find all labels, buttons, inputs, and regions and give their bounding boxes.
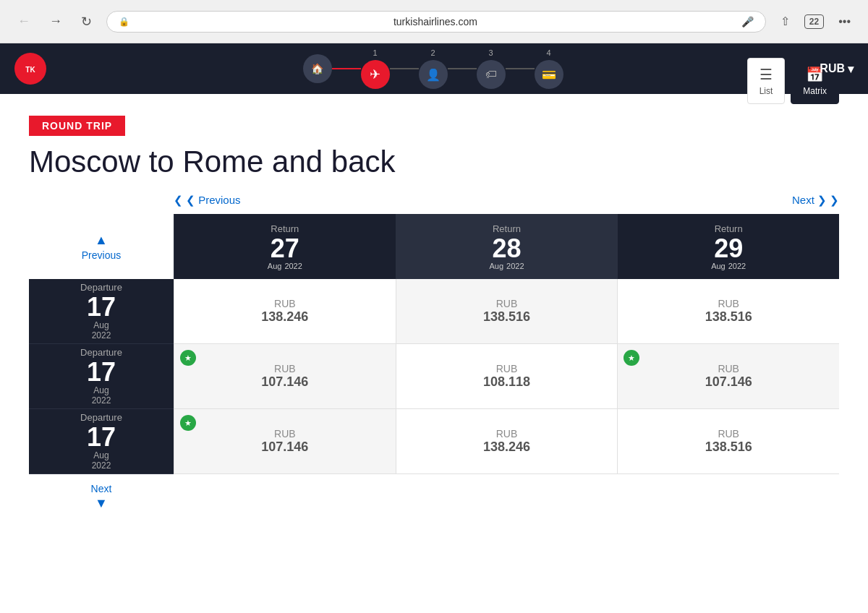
price-cell-2-1[interactable]: RUB 138.246: [396, 409, 618, 474]
return-year-2: 2022: [728, 262, 746, 270]
return-year-1: 2022: [506, 262, 524, 270]
price-cell-1-1[interactable]: RUB 108.118: [396, 344, 618, 409]
next-col-button[interactable]: Next ▼: [91, 474, 112, 520]
step-2[interactable]: 👤: [419, 60, 448, 89]
departure-month-0: Aug: [93, 320, 109, 330]
step-1[interactable]: ✈: [361, 60, 390, 89]
next-col-label: Next: [91, 483, 112, 494]
price-currency-1-1: RUB: [496, 363, 518, 374]
departure-label-0: Departure: [80, 282, 122, 293]
price-cell-0-1[interactable]: RUB 138.516: [396, 279, 618, 344]
departure-day-1: 17: [87, 359, 116, 385]
return-year-0: 2022: [284, 262, 302, 270]
next-top-button[interactable]: Next ❯ ❯: [792, 194, 839, 207]
next-top-label: Next ❯: [792, 194, 827, 207]
chevron-left-icon: ❮: [174, 194, 183, 207]
return-label-1: Return: [493, 223, 521, 234]
price-amount-0-1: 138.516: [483, 309, 530, 325]
step-4[interactable]: 💳: [535, 60, 563, 89]
price-cell-0-0[interactable]: RUB 138.246: [174, 279, 396, 344]
previous-col-label: Previous: [82, 249, 121, 261]
departure-day-2: 17: [87, 424, 116, 450]
departure-cell-2: Departure 17 Aug 2022: [29, 409, 174, 474]
browser-nav: ← → ↻: [12, 11, 98, 33]
departure-month-1: Aug: [93, 385, 109, 395]
return-header-0: Return 27 Aug 2022: [174, 214, 396, 279]
price-amount-2-1: 138.246: [483, 440, 530, 455]
price-currency-0-2: RUB: [718, 298, 739, 309]
turkish-airlines-logo: TK: [14, 53, 46, 85]
currency-selector[interactable]: RUB ▾: [820, 62, 854, 76]
price-currency-2-0: RUB: [274, 428, 296, 440]
return-header-row: Return 27 Aug 2022 Return 28 Aug 2022: [174, 214, 839, 279]
departure-column: ▲ Previous Departure 17 Aug 2022 Departu…: [29, 214, 174, 520]
best-price-badge-2-0: ★: [180, 415, 196, 431]
previous-top-button[interactable]: ❮ ❮ Previous: [174, 194, 241, 207]
price-amount-0-0: 138.246: [261, 309, 308, 325]
matrix-area: ❮ ❮ Previous Next ❯ ❯ ▲ Previous: [29, 194, 839, 520]
logo-area: TK: [14, 53, 46, 85]
departure-cell-0: Departure 17 Aug 2022: [29, 279, 174, 344]
main-content: ☰ List 📅 Matrix ROUND TRIP Moscow to Rom…: [0, 94, 868, 613]
departure-day-0: 17: [87, 294, 116, 320]
departure-year-0: 2022: [92, 330, 111, 340]
price-currency-1-2: RUB: [718, 363, 739, 374]
step-1-label: 1: [373, 48, 378, 57]
departure-cell-1: Departure 17 Aug 2022: [29, 344, 174, 409]
price-cell-2-2[interactable]: RUB 138.516: [617, 409, 839, 474]
return-day-1: 28: [492, 236, 521, 262]
return-label-2: Return: [715, 223, 743, 234]
address-bar[interactable]: 🔒 turkishairlines.com 🎤: [106, 11, 766, 33]
price-rows: RUB 138.246 RUB 138.516 RUB 138.516: [174, 279, 839, 520]
best-price-badge-1-0: ★: [180, 350, 196, 366]
mic-icon: 🎤: [741, 16, 754, 27]
step-4-label: 4: [547, 48, 551, 57]
more-button[interactable]: •••: [833, 12, 856, 31]
person-icon: 👤: [426, 68, 441, 82]
return-day-0: 27: [271, 236, 299, 262]
step-line-0: [332, 68, 361, 69]
return-month-1: Aug: [489, 262, 503, 270]
step-3-label: 3: [489, 48, 493, 57]
price-amount-2-0: 107.146: [261, 440, 308, 455]
chevron-right-icon: ❯: [830, 194, 839, 207]
previous-col-button[interactable]: ▲ Previous: [82, 233, 121, 261]
trip-type-badge: ROUND TRIP: [29, 116, 125, 136]
svg-text:TK: TK: [25, 66, 35, 74]
step-3[interactable]: 🏷: [477, 60, 506, 89]
page-title: Moscow to Rome and back: [29, 145, 839, 179]
matrix-wrapper: ▲ Previous Departure 17 Aug 2022 Departu…: [29, 214, 839, 520]
departure-label-2: Departure: [80, 412, 122, 423]
site-header: TK 🏠 1 ✈ 2 👤 3 🏷: [0, 43, 868, 94]
price-currency-0-0: RUB: [274, 298, 296, 309]
chevron-down-icon: ▼: [95, 496, 108, 511]
price-amount-0-2: 138.516: [705, 309, 752, 325]
price-currency-1-0: RUB: [274, 363, 296, 374]
price-row-2: ★ RUB 107.146 RUB 138.246 RUB 138.516: [174, 409, 839, 474]
refresh-button[interactable]: ↻: [75, 11, 98, 33]
back-button[interactable]: ←: [12, 11, 36, 32]
browser-chrome: ← → ↻ 🔒 turkishairlines.com 🎤 ⇧ 22 •••: [0, 0, 868, 43]
forward-button[interactable]: →: [43, 11, 68, 32]
price-cell-0-2[interactable]: RUB 138.516: [617, 279, 839, 344]
price-cell-1-0[interactable]: ★ RUB 107.146: [174, 344, 396, 409]
home-icon: 🏠: [311, 63, 323, 74]
price-row-0: RUB 138.246 RUB 138.516 RUB 138.516: [174, 279, 839, 344]
url-text: turkishairlines.com: [135, 16, 736, 27]
departure-year-1: 2022: [92, 395, 111, 406]
currency-label: RUB: [820, 62, 845, 75]
departure-month-2: Aug: [93, 450, 109, 460]
return-month-0: Aug: [268, 262, 282, 270]
return-day-2: 29: [714, 236, 743, 262]
price-cell-2-0[interactable]: ★ RUB 107.146: [174, 409, 396, 474]
price-amount-1-0: 107.146: [261, 374, 308, 390]
share-button[interactable]: ⇧: [775, 12, 796, 31]
return-header-2: Return 29 Aug 2022: [617, 214, 839, 279]
step-home[interactable]: 🏠: [303, 54, 332, 83]
price-row-1: ★ RUB 107.146 RUB 108.118 ★ RUB 107.146: [174, 344, 839, 409]
step-2-label: 2: [431, 48, 435, 57]
price-currency-2-2: RUB: [718, 428, 739, 440]
price-currency-0-1: RUB: [496, 298, 518, 309]
price-cell-1-2[interactable]: ★ RUB 107.146: [617, 344, 839, 409]
price-amount-2-2: 138.516: [705, 440, 752, 455]
